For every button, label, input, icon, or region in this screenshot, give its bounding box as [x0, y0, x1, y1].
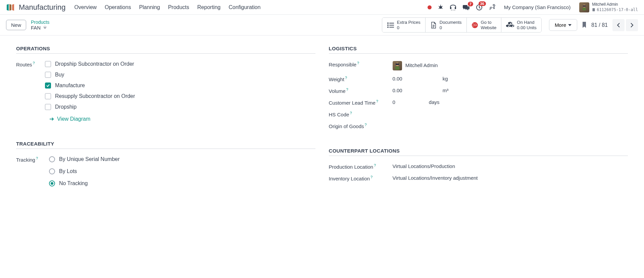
lead-time-value[interactable]: 0days	[393, 99, 628, 105]
section-logistics-title: LOGISTICS	[329, 46, 628, 54]
stat-website[interactable]: Go toWebsite	[467, 18, 502, 32]
section-operations-title: OPERATIONS	[16, 46, 315, 54]
pager-text: 81 / 81	[591, 22, 608, 28]
system-tray: 7 36 My Company (San Francisco) Mitchell…	[428, 2, 638, 12]
help-icon[interactable]: ?	[36, 156, 38, 160]
inventory-location-value[interactable]: Virtual Locations/Inventory adjustment	[393, 175, 628, 181]
chevron-right-icon	[630, 22, 634, 28]
tracking-none[interactable]: No Tracking	[49, 180, 315, 186]
stat-documents[interactable]: Documents0	[426, 18, 467, 32]
volume-value[interactable]: 0.00m³	[393, 88, 628, 93]
svg-rect-23	[389, 23, 394, 23]
help-icon[interactable]: ?	[346, 88, 348, 92]
svg-rect-33	[395, 66, 399, 70]
help-icon[interactable]: ?	[350, 111, 352, 115]
svg-rect-16	[583, 8, 586, 10]
list-icon	[387, 22, 394, 28]
responsible-label: Responsible?	[329, 61, 393, 67]
svg-marker-0	[7, 4, 9, 11]
svg-line-5	[439, 6, 440, 7]
svg-rect-34	[396, 63, 399, 65]
svg-line-7	[439, 8, 440, 9]
weight-label: Weight?	[329, 76, 393, 82]
pager-next-button[interactable]	[626, 19, 638, 31]
inventory-location-label: Inventory Location?	[329, 175, 393, 181]
svg-point-11	[451, 10, 452, 10]
pager: 81 / 81	[582, 19, 638, 31]
nav-reporting[interactable]: Reporting	[197, 4, 220, 10]
new-button[interactable]: New	[6, 20, 26, 30]
tracking-label: Tracking?	[16, 156, 49, 163]
help-icon[interactable]: ?	[370, 175, 373, 179]
view-diagram-link[interactable]: View Diagram	[49, 116, 315, 122]
activity-badge: 36	[479, 1, 486, 6]
route-dropship-sub-order[interactable]: Dropship Subcontractor on Order	[45, 61, 315, 67]
svg-line-6	[442, 6, 443, 7]
help-icon[interactable]: ?	[365, 123, 367, 127]
weight-value[interactable]: 0.00kg	[393, 76, 628, 81]
help-icon[interactable]: ?	[357, 61, 359, 65]
nav-planning[interactable]: Planning	[139, 4, 160, 10]
chat-badge: 7	[468, 2, 473, 6]
production-location-label: Production Location?	[329, 163, 393, 170]
nav-overview[interactable]: Overview	[74, 4, 97, 10]
more-button[interactable]: More	[549, 19, 577, 31]
svg-point-19	[592, 9, 595, 10]
activity-icon[interactable]: 36	[476, 4, 483, 11]
route-buy[interactable]: Buy	[45, 72, 315, 78]
svg-rect-27	[389, 27, 394, 27]
breadcrumb-parent[interactable]: Products	[31, 19, 49, 25]
avatar-icon	[579, 2, 589, 12]
stat-buttons: Extra Prices0 Documents0 Go toWebsite On…	[382, 17, 542, 33]
tracking-lots[interactable]: By Lots	[49, 168, 315, 174]
help-icon[interactable]: ?	[345, 76, 347, 80]
svg-point-18	[592, 8, 595, 9]
svg-rect-10	[455, 7, 456, 9]
caret-down-icon	[568, 24, 572, 26]
user-menu[interactable]: Mitchell Admin 61126075-17-0-all	[579, 2, 638, 12]
tracking-options: By Unique Serial Number By Lots No Track…	[49, 156, 315, 186]
pager-prev-button[interactable]	[612, 19, 625, 31]
svg-point-20	[592, 10, 595, 11]
globe-icon	[472, 22, 478, 29]
hs-code-label: HS Code?	[329, 111, 393, 117]
gear-icon[interactable]	[43, 25, 47, 30]
user-name: Mitchell Admin	[592, 2, 638, 7]
tracking-serial[interactable]: By Unique Serial Number	[49, 156, 315, 162]
route-manufacture[interactable]: Manufacture	[45, 82, 315, 89]
route-dropship[interactable]: Dropship	[45, 104, 315, 110]
nav-operations[interactable]: Operations	[105, 4, 131, 10]
company-selector[interactable]: My Company (San Francisco)	[504, 4, 571, 10]
svg-point-24	[387, 24, 389, 26]
volume-label: Volume?	[329, 88, 393, 94]
app-title[interactable]: Manufacturing	[19, 3, 65, 12]
help-icon[interactable]: ?	[33, 61, 35, 65]
help-icon[interactable]: ?	[376, 99, 378, 103]
section-counterpart-title: COUNTERPART LOCATIONS	[329, 148, 628, 156]
top-navbar: Manufacturing Overview Operations Planni…	[0, 0, 644, 15]
record-icon[interactable]	[428, 5, 432, 9]
nav-products[interactable]: Products	[168, 4, 189, 10]
tools-icon[interactable]	[489, 4, 495, 11]
app-logo-icon[interactable]	[6, 3, 15, 11]
route-resupply-sub-order[interactable]: Resupply Subcontractor on Order	[45, 93, 315, 99]
production-location-value[interactable]: Virtual Locations/Production	[393, 163, 628, 169]
svg-rect-25	[389, 25, 394, 25]
bug-icon[interactable]	[438, 4, 444, 10]
svg-marker-1	[9, 4, 11, 11]
boxes-icon	[506, 22, 514, 29]
headset-icon[interactable]	[450, 4, 456, 10]
avatar-icon	[393, 61, 402, 70]
form-content: OPERATIONS Routes? Dropship Subcontracto…	[0, 36, 644, 202]
bookmark-icon[interactable]	[582, 22, 587, 29]
svg-point-13	[454, 10, 455, 10]
responsible-value[interactable]: Mitchell Admin	[393, 61, 628, 70]
lead-time-label: Customer Lead Time?	[329, 99, 393, 106]
nav-configuration[interactable]: Configuration	[229, 4, 260, 10]
help-icon[interactable]: ?	[374, 163, 376, 167]
arrow-right-icon	[49, 117, 54, 121]
routes-label: Routes?	[16, 61, 45, 67]
chat-icon[interactable]: 7	[462, 4, 470, 10]
stat-extra-prices[interactable]: Extra Prices0	[382, 18, 426, 32]
stat-on-hand[interactable]: On Hand0.00 Units	[501, 18, 541, 32]
